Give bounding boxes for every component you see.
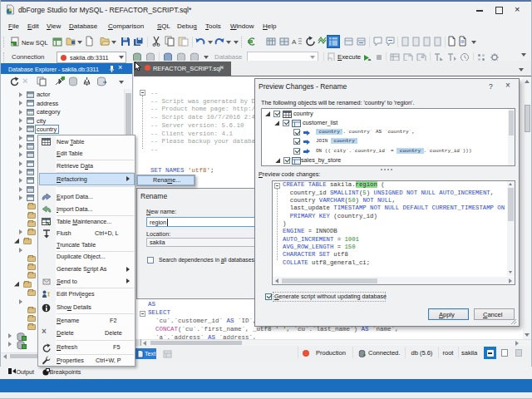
svg-text:A: A	[292, 38, 297, 46]
svg-text:s: s	[11, 42, 13, 47]
